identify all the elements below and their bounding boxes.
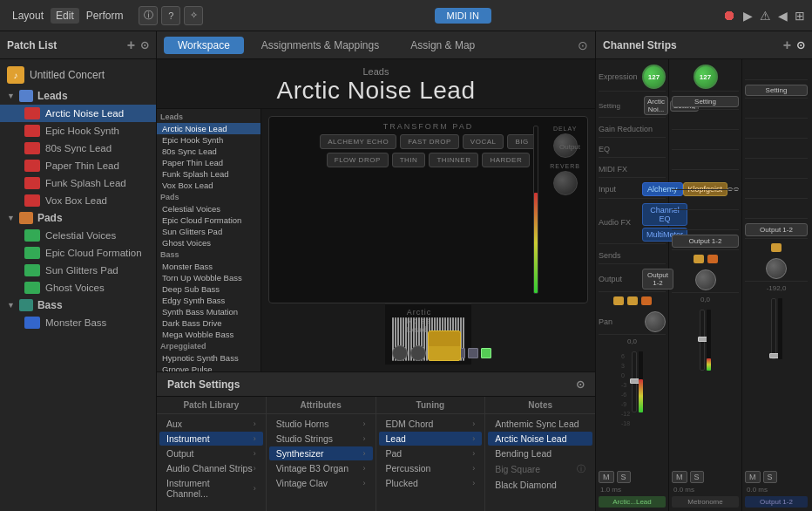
output-value-button-2[interactable]: Output 1-2 bbox=[672, 235, 739, 248]
patch-celestial-voices[interactable]: Celestial Voices bbox=[0, 227, 156, 244]
mini-patch-vox[interactable]: Vox Box Lead bbox=[157, 180, 261, 191]
solo-button-3[interactable]: S bbox=[763, 471, 777, 483]
pad-btn-thinner[interactable]: THINNER bbox=[429, 153, 478, 167]
library-item-instrument[interactable]: Instrument › bbox=[159, 432, 263, 446]
mute-button[interactable]: M bbox=[599, 471, 614, 483]
mini-patch-arctic[interactable]: Arctic Noise Lead bbox=[157, 123, 261, 134]
pan-knob-3[interactable] bbox=[766, 258, 787, 279]
patch-80s-sync-lead[interactable]: 80s Sync Lead bbox=[0, 140, 156, 157]
reverb-knob[interactable] bbox=[553, 171, 578, 195]
pad-btn-fast-drop[interactable]: FAST DROP bbox=[400, 134, 459, 149]
tuning-item-edm[interactable]: EDM Chord › bbox=[379, 417, 483, 431]
sustain-controller[interactable] bbox=[428, 330, 461, 361]
tab-workspace[interactable]: Workspace bbox=[164, 37, 244, 54]
pad-btn-harder[interactable]: HARDER bbox=[482, 153, 530, 167]
mini-patch-hypnotic[interactable]: Hypnotic Synth Bass bbox=[157, 352, 261, 364]
patch-settings-options-button[interactable]: ⊙ bbox=[576, 378, 585, 391]
vol-fader-track[interactable] bbox=[632, 351, 637, 412]
ctrl-knob-2[interactable] bbox=[410, 345, 426, 361]
help-icon[interactable]: ? bbox=[161, 6, 180, 25]
patch-list-add-button[interactable]: + bbox=[127, 37, 135, 53]
mini-patch-mega[interactable]: Mega Wobble Bass bbox=[157, 329, 261, 340]
mini-patch-groove[interactable]: Groove Pulse bbox=[157, 364, 261, 371]
led-icon-3a[interactable] bbox=[771, 243, 782, 252]
mini-patch-epic-hook[interactable]: Epic Hook Synth bbox=[157, 134, 261, 146]
mini-patch-synth-bass[interactable]: Synth Bass Mutation bbox=[157, 306, 261, 317]
patch-sun-glitters[interactable]: Sun Glitters Pad bbox=[0, 262, 156, 279]
info-icon[interactable]: ⓘ bbox=[139, 6, 158, 25]
led-midi-icon[interactable] bbox=[627, 296, 638, 305]
library-item-aux[interactable]: Aux › bbox=[159, 417, 263, 431]
mini-patch-sun[interactable]: Sun Glitters Pad bbox=[157, 226, 261, 237]
patch-funk-splash-lead[interactable]: Funk Splash Lead bbox=[0, 174, 156, 192]
attr-item-synthesizer[interactable]: Synthesizer › bbox=[269, 446, 373, 460]
mini-patch-edgy[interactable]: Edgy Synth Bass bbox=[157, 295, 261, 306]
output-value-button-3[interactable]: Output 1-2 bbox=[745, 223, 808, 236]
menu-perform[interactable]: Perform bbox=[81, 8, 129, 24]
mini-patch-80s-sync[interactable]: 80s Sync Lead bbox=[157, 146, 261, 157]
ctrl-knob-1[interactable] bbox=[392, 345, 408, 361]
led-icon-2a[interactable] bbox=[694, 255, 704, 263]
pad-btn-flow-drop[interactable]: FLOW DROP bbox=[327, 153, 389, 167]
menu-layout[interactable]: Layout bbox=[7, 8, 49, 24]
patch-monster-bass[interactable]: Monster Bass bbox=[0, 314, 156, 331]
setting-button-3[interactable]: Setting bbox=[745, 85, 808, 96]
patch-vox-box-lead[interactable]: Vox Box Lead bbox=[0, 192, 156, 209]
mini-patch-deep[interactable]: Deep Sub Bass bbox=[157, 283, 261, 295]
mini-patch-paper[interactable]: Paper Thin Lead bbox=[157, 157, 261, 168]
led-play-icon[interactable] bbox=[641, 296, 652, 305]
mini-patch-monster[interactable]: Monster Bass bbox=[157, 261, 261, 272]
solo-button-2[interactable]: S bbox=[690, 471, 704, 483]
setting-button[interactable]: Arctic Noi... bbox=[644, 96, 668, 115]
mini-patch-celestial[interactable]: Celestial Voices bbox=[157, 203, 261, 215]
attr-item-studio-horns[interactable]: Studio Horns › bbox=[269, 417, 373, 431]
tuning-item-lead[interactable]: Lead › bbox=[379, 432, 483, 446]
tuning-item-percussion[interactable]: Percussion › bbox=[379, 461, 483, 475]
pad-btn-alchemy-echo[interactable]: ALCHEMY ECHO bbox=[320, 134, 396, 149]
pad-btn-thin[interactable]: THIN bbox=[392, 153, 426, 167]
folder-pads[interactable]: ▼ Pads bbox=[0, 209, 156, 227]
tabs-options-button[interactable]: ⊙ bbox=[578, 38, 588, 52]
vol-fader-track-3[interactable] bbox=[771, 298, 776, 359]
attr-item-vintage-clav[interactable]: Vintage Clav › bbox=[269, 476, 373, 490]
pad-btn-big[interactable]: BIG bbox=[507, 134, 536, 149]
patch-paper-thin-lead[interactable]: Paper Thin Lead bbox=[0, 157, 156, 174]
attr-item-studio-strings[interactable]: Studio Strings › bbox=[269, 432, 373, 446]
notes-item-arctic[interactable]: Arctic Noise Lead bbox=[488, 432, 592, 446]
patch-arctic-noise-lead[interactable]: Arctic Noise Lead bbox=[0, 105, 156, 122]
midi-in-button[interactable]: MIDI IN bbox=[435, 8, 491, 24]
attr-item-vintage-b3[interactable]: Vintage B3 Organ › bbox=[269, 461, 373, 475]
play-button[interactable]: ▶ bbox=[743, 9, 753, 23]
notes-item-black-diamond[interactable]: Black Diamond bbox=[488, 478, 592, 492]
mute-button-3[interactable]: M bbox=[745, 471, 761, 483]
record-button[interactable]: ⏺ bbox=[722, 8, 736, 24]
wand-icon[interactable]: ✧ bbox=[184, 6, 203, 25]
notes-item-anthemic[interactable]: Anthemic Sync Lead bbox=[488, 417, 592, 431]
tab-assignments[interactable]: Assignments & Mappings bbox=[247, 37, 393, 54]
concert-item[interactable]: ♪ Untitled Concert bbox=[0, 63, 156, 87]
channel-options-button[interactable]: ⊙ bbox=[796, 39, 805, 51]
expression-knob-2[interactable]: 127 bbox=[694, 65, 718, 89]
tuning-item-pad[interactable]: Pad › bbox=[379, 446, 483, 460]
folder-leads[interactable]: ▼ Leads bbox=[0, 87, 156, 105]
mini-patch-dark-bass[interactable]: Dark Bass Drive bbox=[157, 317, 261, 329]
patch-list-options-button[interactable]: ⊙ bbox=[140, 39, 149, 51]
library-item-output[interactable]: Output › bbox=[159, 446, 263, 460]
library-item-audio[interactable]: Audio Channel Strips › bbox=[159, 461, 263, 475]
rewind-button[interactable]: ◀ bbox=[778, 9, 788, 23]
mini-patch-funk[interactable]: Funk Splash Lead bbox=[157, 168, 261, 180]
pad-btn-vocal[interactable]: VOCAL bbox=[463, 134, 504, 149]
tab-assign-map[interactable]: Assign & Map bbox=[396, 37, 489, 54]
led-record-icon[interactable] bbox=[613, 296, 624, 305]
folder-bass[interactable]: ▼ Bass bbox=[0, 296, 156, 314]
patch-ghost-voices[interactable]: Ghost Voices bbox=[0, 279, 156, 296]
setting-button-2[interactable]: Setting bbox=[672, 96, 739, 107]
expression-knob[interactable]: 127 bbox=[642, 65, 666, 89]
solo-button[interactable]: S bbox=[617, 471, 631, 483]
patch-epic-hook-synth[interactable]: Epic Hook Synth bbox=[0, 122, 156, 140]
ctrl-btn-5[interactable] bbox=[481, 348, 491, 358]
mute-button-2[interactable]: M bbox=[672, 471, 687, 483]
pan-knob-2[interactable] bbox=[695, 269, 716, 290]
mixer-icon[interactable]: ⊞ bbox=[795, 9, 805, 23]
vol-fader-track-2[interactable] bbox=[700, 310, 705, 371]
